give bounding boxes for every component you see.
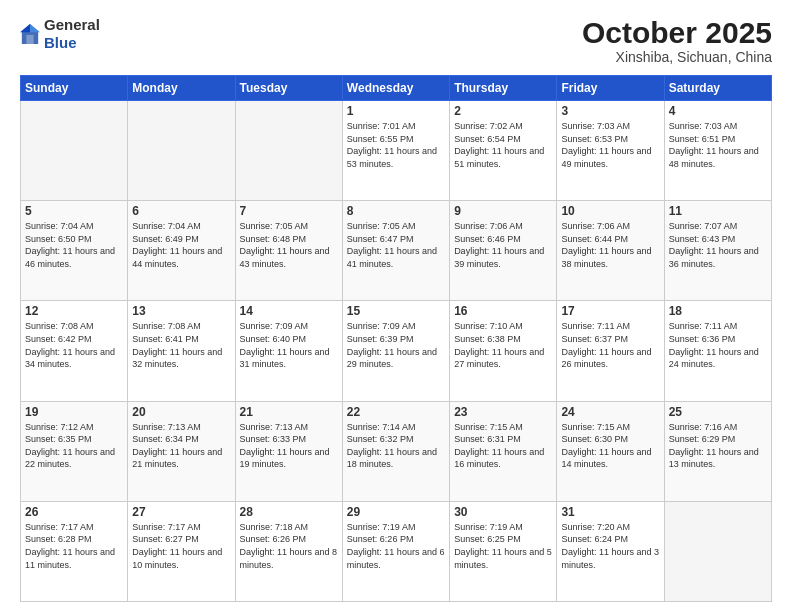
day-info: Sunrise: 7:04 AM Sunset: 6:49 PM Dayligh… — [132, 220, 230, 270]
day-number: 5 — [25, 204, 123, 218]
calendar-cell: 9Sunrise: 7:06 AM Sunset: 6:46 PM Daylig… — [450, 201, 557, 301]
day-number: 13 — [132, 304, 230, 318]
calendar-cell — [128, 101, 235, 201]
logo-icon — [20, 22, 40, 46]
calendar-table: SundayMondayTuesdayWednesdayThursdayFrid… — [20, 75, 772, 602]
calendar-cell: 24Sunrise: 7:15 AM Sunset: 6:30 PM Dayli… — [557, 401, 664, 501]
day-info: Sunrise: 7:01 AM Sunset: 6:55 PM Dayligh… — [347, 120, 445, 170]
calendar-cell: 12Sunrise: 7:08 AM Sunset: 6:42 PM Dayli… — [21, 301, 128, 401]
day-number: 4 — [669, 104, 767, 118]
day-info: Sunrise: 7:11 AM Sunset: 6:36 PM Dayligh… — [669, 320, 767, 370]
calendar-cell: 8Sunrise: 7:05 AM Sunset: 6:47 PM Daylig… — [342, 201, 449, 301]
day-number: 7 — [240, 204, 338, 218]
day-number: 31 — [561, 505, 659, 519]
calendar-cell: 22Sunrise: 7:14 AM Sunset: 6:32 PM Dayli… — [342, 401, 449, 501]
calendar-cell: 23Sunrise: 7:15 AM Sunset: 6:31 PM Dayli… — [450, 401, 557, 501]
day-number: 8 — [347, 204, 445, 218]
day-info: Sunrise: 7:05 AM Sunset: 6:48 PM Dayligh… — [240, 220, 338, 270]
day-number: 11 — [669, 204, 767, 218]
day-number: 19 — [25, 405, 123, 419]
day-info: Sunrise: 7:13 AM Sunset: 6:33 PM Dayligh… — [240, 421, 338, 471]
calendar-cell: 19Sunrise: 7:12 AM Sunset: 6:35 PM Dayli… — [21, 401, 128, 501]
calendar-cell: 16Sunrise: 7:10 AM Sunset: 6:38 PM Dayli… — [450, 301, 557, 401]
day-number: 3 — [561, 104, 659, 118]
svg-marker-1 — [30, 24, 40, 32]
calendar-cell: 3Sunrise: 7:03 AM Sunset: 6:53 PM Daylig… — [557, 101, 664, 201]
day-info: Sunrise: 7:11 AM Sunset: 6:37 PM Dayligh… — [561, 320, 659, 370]
day-info: Sunrise: 7:04 AM Sunset: 6:50 PM Dayligh… — [25, 220, 123, 270]
day-number: 14 — [240, 304, 338, 318]
calendar-cell: 15Sunrise: 7:09 AM Sunset: 6:39 PM Dayli… — [342, 301, 449, 401]
calendar-cell: 26Sunrise: 7:17 AM Sunset: 6:28 PM Dayli… — [21, 501, 128, 601]
day-info: Sunrise: 7:18 AM Sunset: 6:26 PM Dayligh… — [240, 521, 338, 571]
day-number: 28 — [240, 505, 338, 519]
svg-marker-2 — [20, 24, 30, 32]
day-number: 21 — [240, 405, 338, 419]
calendar-cell: 13Sunrise: 7:08 AM Sunset: 6:41 PM Dayli… — [128, 301, 235, 401]
day-number: 22 — [347, 405, 445, 419]
day-info: Sunrise: 7:10 AM Sunset: 6:38 PM Dayligh… — [454, 320, 552, 370]
calendar-cell: 30Sunrise: 7:19 AM Sunset: 6:25 PM Dayli… — [450, 501, 557, 601]
day-info: Sunrise: 7:19 AM Sunset: 6:25 PM Dayligh… — [454, 521, 552, 571]
calendar-cell — [664, 501, 771, 601]
calendar-cell: 14Sunrise: 7:09 AM Sunset: 6:40 PM Dayli… — [235, 301, 342, 401]
logo-text-general: General Blue — [44, 16, 100, 52]
calendar-cell — [21, 101, 128, 201]
day-number: 29 — [347, 505, 445, 519]
calendar-header-friday: Friday — [557, 76, 664, 101]
day-number: 15 — [347, 304, 445, 318]
day-number: 12 — [25, 304, 123, 318]
calendar-cell: 2Sunrise: 7:02 AM Sunset: 6:54 PM Daylig… — [450, 101, 557, 201]
day-number: 2 — [454, 104, 552, 118]
day-number: 17 — [561, 304, 659, 318]
calendar-cell — [235, 101, 342, 201]
calendar-cell: 1Sunrise: 7:01 AM Sunset: 6:55 PM Daylig… — [342, 101, 449, 201]
day-info: Sunrise: 7:05 AM Sunset: 6:47 PM Dayligh… — [347, 220, 445, 270]
svg-rect-3 — [26, 35, 33, 44]
day-info: Sunrise: 7:20 AM Sunset: 6:24 PM Dayligh… — [561, 521, 659, 571]
day-number: 18 — [669, 304, 767, 318]
day-number: 24 — [561, 405, 659, 419]
day-info: Sunrise: 7:02 AM Sunset: 6:54 PM Dayligh… — [454, 120, 552, 170]
day-info: Sunrise: 7:15 AM Sunset: 6:31 PM Dayligh… — [454, 421, 552, 471]
day-info: Sunrise: 7:17 AM Sunset: 6:27 PM Dayligh… — [132, 521, 230, 571]
calendar-cell: 11Sunrise: 7:07 AM Sunset: 6:43 PM Dayli… — [664, 201, 771, 301]
day-info: Sunrise: 7:08 AM Sunset: 6:42 PM Dayligh… — [25, 320, 123, 370]
day-number: 30 — [454, 505, 552, 519]
logo: General Blue — [20, 16, 100, 52]
calendar-cell: 31Sunrise: 7:20 AM Sunset: 6:24 PM Dayli… — [557, 501, 664, 601]
calendar-header-monday: Monday — [128, 76, 235, 101]
calendar-cell: 29Sunrise: 7:19 AM Sunset: 6:26 PM Dayli… — [342, 501, 449, 601]
page: General Blue October 2025 Xinshiba, Sich… — [0, 0, 792, 612]
day-info: Sunrise: 7:14 AM Sunset: 6:32 PM Dayligh… — [347, 421, 445, 471]
day-info: Sunrise: 7:17 AM Sunset: 6:28 PM Dayligh… — [25, 521, 123, 571]
calendar-cell: 20Sunrise: 7:13 AM Sunset: 6:34 PM Dayli… — [128, 401, 235, 501]
day-info: Sunrise: 7:09 AM Sunset: 6:40 PM Dayligh… — [240, 320, 338, 370]
month-title: October 2025 — [582, 16, 772, 49]
calendar-cell: 6Sunrise: 7:04 AM Sunset: 6:49 PM Daylig… — [128, 201, 235, 301]
calendar-week-row: 19Sunrise: 7:12 AM Sunset: 6:35 PM Dayli… — [21, 401, 772, 501]
calendar-cell: 4Sunrise: 7:03 AM Sunset: 6:51 PM Daylig… — [664, 101, 771, 201]
day-number: 20 — [132, 405, 230, 419]
day-number: 1 — [347, 104, 445, 118]
day-info: Sunrise: 7:19 AM Sunset: 6:26 PM Dayligh… — [347, 521, 445, 571]
day-number: 25 — [669, 405, 767, 419]
calendar-header-thursday: Thursday — [450, 76, 557, 101]
calendar-cell: 28Sunrise: 7:18 AM Sunset: 6:26 PM Dayli… — [235, 501, 342, 601]
calendar-week-row: 1Sunrise: 7:01 AM Sunset: 6:55 PM Daylig… — [21, 101, 772, 201]
day-info: Sunrise: 7:03 AM Sunset: 6:53 PM Dayligh… — [561, 120, 659, 170]
day-number: 27 — [132, 505, 230, 519]
day-info: Sunrise: 7:15 AM Sunset: 6:30 PM Dayligh… — [561, 421, 659, 471]
calendar-cell: 27Sunrise: 7:17 AM Sunset: 6:27 PM Dayli… — [128, 501, 235, 601]
day-number: 16 — [454, 304, 552, 318]
calendar-header-wednesday: Wednesday — [342, 76, 449, 101]
calendar-cell: 21Sunrise: 7:13 AM Sunset: 6:33 PM Dayli… — [235, 401, 342, 501]
calendar-week-row: 12Sunrise: 7:08 AM Sunset: 6:42 PM Dayli… — [21, 301, 772, 401]
day-info: Sunrise: 7:06 AM Sunset: 6:46 PM Dayligh… — [454, 220, 552, 270]
calendar-cell: 5Sunrise: 7:04 AM Sunset: 6:50 PM Daylig… — [21, 201, 128, 301]
header: General Blue October 2025 Xinshiba, Sich… — [20, 16, 772, 65]
location: Xinshiba, Sichuan, China — [582, 49, 772, 65]
calendar-header-tuesday: Tuesday — [235, 76, 342, 101]
day-info: Sunrise: 7:08 AM Sunset: 6:41 PM Dayligh… — [132, 320, 230, 370]
calendar-week-row: 5Sunrise: 7:04 AM Sunset: 6:50 PM Daylig… — [21, 201, 772, 301]
